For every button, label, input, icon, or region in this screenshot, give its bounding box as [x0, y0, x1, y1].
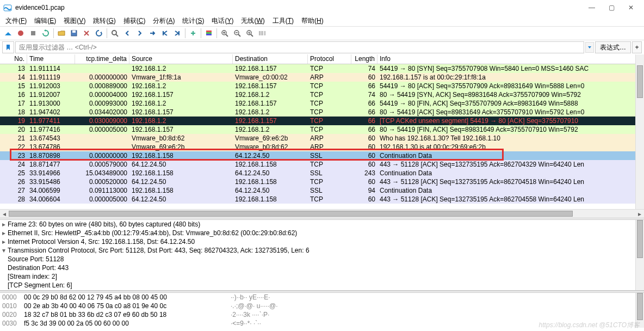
packet-scrollbar-h[interactable]: ◂ ▸ — [0, 209, 644, 218]
toolbar: 1 — [0, 26, 644, 40]
filter-dropdown-icon[interactable] — [585, 42, 594, 53]
filter-input[interactable] — [15, 41, 584, 53]
col-destination[interactable]: Destination — [233, 54, 308, 64]
window-title: evidence01.pcap — [15, 4, 582, 11]
goto-first-icon[interactable] — [159, 27, 171, 39]
detail-line[interactable]: [Stream index: 2] — [0, 272, 644, 281]
menu-item[interactable]: 电话(Y) — [208, 15, 237, 27]
expression-label: 表达式… — [600, 43, 626, 52]
add-filter-button[interactable]: + — [632, 41, 642, 53]
packet-row[interactable]: 1611.9120070.000004000192.168.1.157192.1… — [0, 90, 644, 99]
col-source[interactable]: Source — [129, 54, 233, 64]
detail-line[interactable]: ▾Transmission Control Protocol, Src Port… — [0, 246, 644, 255]
packet-scrollbar-v[interactable] — [635, 54, 644, 209]
goto-last-icon[interactable] — [171, 27, 183, 39]
stop-icon[interactable] — [27, 27, 39, 39]
packet-bytes: 000000 0c 29 b0 8d 62 00 12 79 45 a4 bb … — [0, 293, 644, 328]
packet-row[interactable]: 2113.674543Vmware_b0:8d:62Vmware_69:e6:2… — [0, 134, 644, 143]
capture-options-icon[interactable] — [15, 27, 27, 39]
detail-line[interactable]: Destination Port: 443 — [0, 263, 644, 272]
packet-details: ▸Frame 23: 60 bytes on wire (480 bits), … — [0, 220, 644, 291]
packet-row[interactable]: 2734.0065990.091113000192.168.1.15864.12… — [0, 186, 644, 195]
maximize-button[interactable]: ▢ — [602, 1, 621, 14]
detail-line[interactable]: ▸Frame 23: 60 bytes on wire (480 bits), … — [0, 220, 644, 229]
bookmark-icon[interactable] — [2, 41, 14, 53]
filterbar: 表达式… + — [0, 40, 644, 54]
col-time[interactable]: Time — [27, 54, 75, 64]
hex-line[interactable]: 000000 0c 29 b0 8d 62 00 12 79 45 a4 bb … — [0, 293, 644, 302]
restart-icon[interactable] — [40, 27, 52, 39]
menu-item[interactable]: 编辑(E) — [31, 15, 59, 27]
svg-point-1 — [18, 30, 23, 36]
menu-item[interactable]: 帮助(H) — [298, 15, 327, 27]
prev-icon[interactable] — [121, 27, 133, 39]
details-scrollbar-v[interactable] — [635, 220, 644, 290]
menu-item[interactable]: 无线(W) — [238, 15, 268, 27]
hex-line[interactable]: 001000 2e ab 3b 40 00 40 06 75 0a c0 a8 … — [0, 302, 644, 310]
col-info[interactable]: Info — [377, 54, 644, 64]
scroll-right-icon[interactable]: ▸ — [635, 210, 644, 218]
zoom-in-icon[interactable] — [219, 27, 231, 39]
svg-rect-7 — [206, 32, 212, 34]
reload-icon[interactable] — [93, 27, 105, 39]
menu-item[interactable]: 统计(S) — [179, 15, 207, 27]
detail-line[interactable]: ▸Ethernet II, Src: HewlettP_45:a4:bb (00… — [0, 229, 644, 237]
svg-rect-8 — [206, 34, 212, 35]
zoom-out-icon[interactable] — [231, 27, 243, 39]
hex-scrollbar-v[interactable] — [635, 293, 644, 328]
find-icon[interactable] — [109, 27, 121, 39]
packet-row[interactable]: 1311.911114192.168.1.2192.168.1.157TCP74… — [0, 64, 644, 73]
next-icon[interactable] — [134, 27, 146, 39]
packet-row[interactable]: 2834.0066040.00000500064.12.24.50192.168… — [0, 195, 644, 204]
shark-icon[interactable] — [2, 27, 14, 39]
save-icon[interactable] — [68, 27, 80, 39]
packet-row[interactable]: 2213.674786Vmware_69:e6:2bVmware_b0:8d:6… — [0, 143, 644, 151]
packet-row[interactable]: 2533.91496615.043489000192.168.1.15864.1… — [0, 169, 644, 177]
packet-rows: 1311.911114192.168.1.2192.168.1.157TCP74… — [0, 64, 644, 209]
menubar: 文件(F)编辑(E)视图(V)跳转(G)捕获(C)分析(A)统计(S)电话(Y)… — [0, 15, 644, 26]
packet-row[interactable]: 1511.9120030.000889000192.168.1.2192.168… — [0, 82, 644, 90]
open-icon[interactable] — [55, 27, 67, 39]
menu-item[interactable]: 文件(F) — [2, 15, 30, 27]
colorize-icon[interactable] — [203, 27, 215, 39]
scroll-left-icon[interactable]: ◂ — [0, 210, 9, 218]
detail-line[interactable]: [TCP Segment Len: 6] — [0, 281, 644, 290]
hex-line[interactable]: 0030f5 3c 3d 39 00 00 2a 05 00 60 00 00·… — [0, 319, 644, 328]
hex-line[interactable]: 002018 32 c7 b8 01 bb 33 6b d2 c3 07 e9 … — [0, 310, 644, 319]
wireshark-logo-icon — [3, 3, 12, 12]
close-button[interactable]: ✕ — [621, 1, 641, 14]
svg-rect-6 — [206, 30, 212, 32]
close-file-icon[interactable] — [81, 27, 92, 39]
menu-item[interactable]: 捕获(C) — [120, 15, 149, 27]
packet-row[interactable]: 1411.9111190.000000000Vmware_1f:f8:1aVmw… — [0, 73, 644, 82]
svg-rect-2 — [31, 31, 35, 35]
autoscroll-icon[interactable] — [187, 27, 199, 39]
packet-row[interactable]: 2633.9154860.00052000064.12.24.50192.168… — [0, 177, 644, 186]
minimize-button[interactable]: — — [582, 1, 602, 14]
col-no[interactable]: No. — [0, 54, 27, 64]
detail-line[interactable]: ▸Internet Protocol Version 4, Src: 192.1… — [0, 237, 644, 246]
detail-line[interactable]: Source Port: 51128 — [0, 255, 644, 263]
packet-list: No. Time tcp.time_delta Source Destinati… — [0, 54, 644, 209]
menu-item[interactable]: 视图(V) — [60, 15, 89, 27]
menu-item[interactable]: 分析(A) — [150, 15, 178, 27]
packet-row[interactable]: 2318.8708980.000000000192.168.1.15864.12… — [0, 151, 644, 160]
packet-row[interactable]: 1911.9774110.030009000192.168.1.2192.168… — [0, 117, 644, 125]
resize-columns-icon[interactable] — [256, 27, 268, 39]
menu-item[interactable]: 跳转(G) — [90, 15, 119, 27]
menu-item[interactable]: 工具(T) — [269, 15, 297, 27]
titlebar: evidence01.pcap — ▢ ✕ — [0, 0, 644, 15]
packet-list-header: No. Time tcp.time_delta Source Destinati… — [0, 54, 644, 64]
col-protocol[interactable]: Protocol — [308, 54, 351, 64]
expression-button[interactable]: 表达式… — [595, 41, 631, 53]
col-length[interactable]: Length — [351, 54, 377, 64]
packet-row[interactable]: 1711.9130000.000993000192.168.1.2192.168… — [0, 99, 644, 108]
packet-row[interactable]: 1811.9474020.034402000192.168.1.157192.1… — [0, 108, 644, 117]
goto-icon[interactable] — [146, 27, 158, 39]
zoom-reset-icon[interactable]: 1 — [244, 27, 256, 39]
packet-row[interactable]: 2011.9774160.000005000192.168.1.157192.1… — [0, 125, 644, 134]
svg-point-5 — [112, 30, 116, 35]
packet-row[interactable]: 2418.8714770.00057900064.12.24.50192.168… — [0, 160, 644, 169]
col-delta[interactable]: tcp.time_delta — [75, 54, 129, 64]
svg-rect-4 — [72, 30, 76, 33]
